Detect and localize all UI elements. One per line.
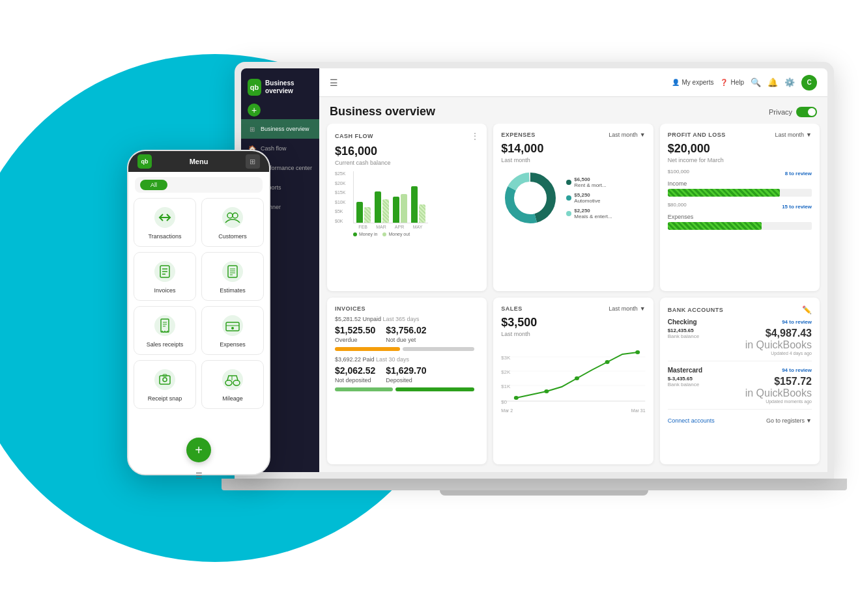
connect-accounts-link[interactable]: Connect accounts (668, 417, 715, 424)
phone-card-transactions[interactable]: Transactions (134, 198, 196, 247)
edit-icon[interactable]: ✏️ (802, 305, 812, 315)
bank-accounts-card: BANK ACCOUNTS ✏️ Checking 94 to review $… (660, 298, 820, 465)
hamburger-icon[interactable]: ☰ (330, 77, 338, 88)
receipt-snap-label: Receipt snap (148, 395, 182, 402)
experts-icon: 👤 (672, 79, 680, 86)
my-experts-button[interactable]: 👤 My experts (672, 79, 714, 86)
expenses-period[interactable]: Last month ▼ (609, 132, 645, 138)
invoices-amounts-row: $1,525.50 Overdue $3,756.02 Not due yet (335, 325, 479, 343)
pnl-income-review[interactable]: 8 to review (785, 171, 812, 176)
bell-icon[interactable]: 🔔 (767, 77, 778, 87)
phone-filter-bar: All (135, 177, 263, 193)
estimates-icon (220, 259, 245, 284)
privacy-switch[interactable] (796, 107, 817, 117)
mastercard-update: Updated moments ago (745, 399, 812, 404)
svg-point-17 (636, 350, 640, 354)
invoice-deposited-amount: $1,629.70 (386, 365, 426, 376)
phone-bottom-bar[interactable]: ☰ (195, 471, 203, 481)
search-icon[interactable]: 🔍 (751, 77, 761, 87)
pnl-expenses-label: $80,000 (668, 202, 687, 208)
transactions-icon (152, 205, 177, 230)
svg-point-42 (231, 327, 234, 329)
pnl-title: PROFIT AND LOSS (668, 132, 726, 138)
svg-point-47 (222, 369, 243, 390)
phone-card-sales-receipts[interactable]: Sales receipts (134, 306, 196, 355)
checking-update: Updated 4 days ago (745, 351, 812, 356)
phone-card-receipt-snap[interactable]: Receipt snap (134, 360, 196, 409)
expenses-mobile-label: Expenses (220, 341, 246, 348)
phone-monitor-icon[interactable]: ⊞ (246, 154, 260, 169)
transactions-label: Transactions (148, 233, 181, 240)
phone-card-customers[interactable]: Customers (201, 198, 264, 247)
expenses-amount: $14,000 (501, 142, 645, 156)
phone-content: Transactions Customers (128, 198, 269, 474)
pnl-period[interactable]: Last month ▼ (775, 132, 812, 138)
expenses-header: EXPENSES Last month ▼ (501, 132, 645, 138)
bar-group-mar (375, 191, 389, 223)
phone-title: Menu (190, 158, 208, 165)
sidebar-item-business-overview[interactable]: ⊞ Business overview (241, 119, 319, 139)
privacy-toggle[interactable]: Privacy (769, 107, 817, 117)
phone-all-filter[interactable]: All (140, 180, 167, 190)
sidebar-add-button[interactable]: + (248, 104, 261, 117)
invoice-deposited-label: Deposited (386, 377, 426, 384)
sales-card: SALES Last month ▼ $3,500 Last month (493, 298, 653, 465)
cash-flow-header: CASH FLOW ⋮ (335, 132, 479, 141)
gear-icon[interactable]: ⚙️ (784, 77, 795, 87)
cash-flow-menu[interactable]: ⋮ (471, 132, 479, 141)
invoice-not-deposited-amount: $2,062.52 (335, 365, 375, 376)
legend-money-out: Money out (382, 232, 410, 236)
page-title: Business overview (330, 105, 435, 119)
help-button[interactable]: ❓ Help (720, 79, 744, 86)
invoice-notdue-col: $3,756.02 Not due yet (386, 325, 426, 343)
dashboard-grid: CASH FLOW ⋮ $16,000 Current cash balance… (319, 124, 827, 472)
pnl-income-row: $100,000 8 to review Income (668, 169, 812, 197)
phone-card-estimates[interactable]: Estimates (201, 252, 264, 301)
phone-card-mileage[interactable]: Mileage (201, 360, 264, 409)
invoices-paid-amounts: $2,062.52 Not deposited $1,629.70 Deposi… (335, 365, 479, 384)
bar-apr-out (401, 194, 407, 223)
sales-title: SALES (501, 305, 523, 312)
invoice-not-deposited-label: Not deposited (335, 377, 375, 384)
bar-group-feb (356, 202, 371, 223)
invoice-bar-paid (335, 387, 479, 391)
profit-loss-card: PROFIT AND LOSS Last month ▼ $20,000 Net… (660, 124, 820, 291)
phone-card-invoices[interactable]: Invoices (134, 252, 196, 301)
mastercard-row: Mastercard 94 to review $-3,435.65 Bank … (668, 367, 812, 410)
svg-text:$2K: $2K (501, 369, 510, 374)
pnl-header: PROFIT AND LOSS Last month ▼ (668, 132, 812, 138)
bar-may-in (411, 186, 418, 223)
phone-fab-button[interactable]: + (186, 438, 211, 462)
sidebar-title: Business overview (265, 79, 313, 95)
phone-top-bar: qb Menu ⊞ (128, 151, 269, 172)
svg-text:$3K: $3K (501, 355, 510, 360)
chart-y-labels: $25K$20K$15K$10K$5K$0K (335, 171, 345, 223)
top-nav-actions: 👤 My experts ❓ Help 🔍 🔔 ⚙️ C (672, 75, 817, 91)
chevron-down-icon: ▼ (640, 305, 646, 312)
mastercard-amounts: $-3,435.65 Bank balance $157.72 in Quick… (668, 376, 812, 404)
checking-name: Checking (668, 318, 697, 326)
user-avatar[interactable]: C (801, 75, 817, 91)
sales-period[interactable]: Last month ▼ (609, 305, 645, 312)
pnl-subtitle: Net income for March (668, 157, 812, 163)
cash-flow-card: CASH FLOW ⋮ $16,000 Current cash balance… (327, 124, 487, 291)
checking-qb-label: in QuickBooks (745, 339, 812, 351)
cash-flow-title: CASH FLOW (335, 133, 373, 139)
sidebar-logo-row: qb Business overview (241, 74, 319, 101)
mastercard-review[interactable]: 94 to review (782, 367, 812, 373)
bar-mar-in (375, 191, 381, 223)
svg-text:$0: $0 (501, 399, 507, 404)
main-content: ☰ 👤 My experts ❓ Help 🔍 🔔 ⚙️ (319, 68, 827, 472)
bar-chart-area (353, 171, 428, 223)
pnl-income-header: $100,000 8 to review (668, 169, 812, 178)
go-to-registers-link[interactable]: Go to registers ▼ (766, 417, 812, 424)
phone-card-expenses[interactable]: Expenses (201, 306, 264, 355)
mastercard-qb-label: in QuickBooks (745, 387, 812, 399)
invoice-bar-unpaid (335, 347, 479, 351)
checking-review[interactable]: 94 to review (782, 319, 812, 325)
chart-legend: Money in Money out (353, 232, 479, 236)
sales-receipts-icon (152, 313, 177, 338)
pnl-expenses-review[interactable]: 15 to review (782, 204, 812, 210)
checking-header: Checking 94 to review (668, 318, 812, 326)
svg-point-34 (154, 315, 175, 336)
